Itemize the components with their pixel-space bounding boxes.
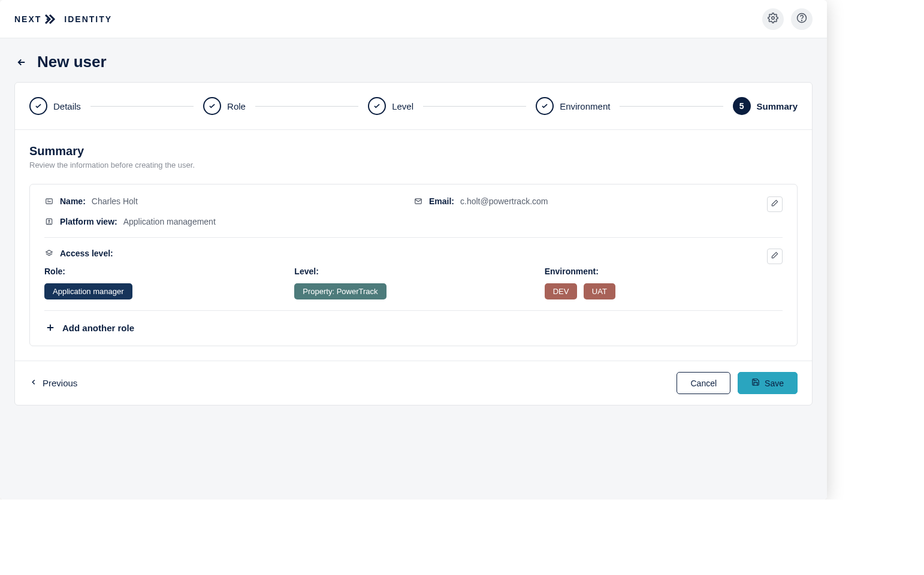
platform-label: Platform view:	[60, 217, 117, 226]
svg-point-3	[802, 20, 802, 20]
chevron-left-icon	[29, 378, 38, 388]
platform-icon	[44, 217, 54, 226]
access-label: Access level:	[60, 249, 113, 258]
email-label: Email:	[429, 196, 454, 206]
gear-icon	[768, 13, 778, 26]
pencil-icon	[771, 251, 779, 262]
previous-label: Previous	[43, 378, 77, 388]
platform-value: Application management	[123, 217, 216, 226]
edit-access-button[interactable]	[767, 249, 783, 264]
brand-text-1: NEXT	[14, 14, 41, 24]
mail-icon	[413, 196, 423, 206]
back-button[interactable]	[14, 55, 29, 69]
role-pill: Application manager	[44, 283, 132, 299]
role-header: Role:	[44, 267, 282, 276]
check-icon	[368, 97, 386, 115]
environment-header: Environment:	[545, 267, 783, 276]
email-value: c.holt@powertrack.com	[460, 196, 548, 206]
cancel-button[interactable]: Cancel	[677, 372, 730, 394]
section-subtitle: Review the information before creating t…	[29, 161, 798, 170]
level-header: Level:	[294, 267, 532, 276]
arrow-left-icon	[16, 57, 27, 68]
check-icon	[203, 97, 221, 115]
brand-chevrons-icon	[45, 14, 61, 24]
name-value: Charles Holt	[92, 196, 138, 206]
add-another-role-button[interactable]: Add another role	[44, 322, 783, 334]
svg-point-1	[772, 16, 775, 19]
step-summary[interactable]: 5 Summary	[733, 97, 798, 115]
help-icon	[796, 13, 807, 26]
plus-icon	[44, 322, 56, 334]
layers-icon	[44, 249, 54, 258]
save-icon	[751, 378, 760, 388]
step-number: 5	[733, 97, 751, 115]
env-pill-dev: DEV	[545, 283, 578, 299]
pencil-icon	[771, 199, 779, 210]
topbar: NEXT IDENTITY	[0, 0, 827, 38]
add-role-label: Add another role	[62, 323, 134, 333]
previous-button[interactable]: Previous	[29, 378, 77, 388]
settings-button[interactable]	[762, 8, 784, 30]
svg-point-7	[49, 220, 50, 222]
step-role[interactable]: Role	[203, 97, 246, 115]
page-title: New user	[37, 53, 107, 71]
brand-text-2: IDENTITY	[64, 14, 112, 24]
check-icon	[536, 97, 554, 115]
step-environment[interactable]: Environment	[536, 97, 610, 115]
wizard-stepper: Details Role Level	[15, 83, 812, 130]
brand-logo: NEXT IDENTITY	[14, 14, 112, 24]
user-card-icon	[44, 196, 54, 206]
edit-details-button[interactable]	[767, 196, 783, 212]
step-level[interactable]: Level	[368, 97, 413, 115]
level-pill: Property: PowerTrack	[294, 283, 386, 299]
svg-point-0	[47, 18, 49, 20]
step-details[interactable]: Details	[29, 97, 81, 115]
help-button[interactable]	[791, 8, 813, 30]
save-button[interactable]: Save	[738, 372, 798, 394]
env-pill-uat: UAT	[584, 283, 615, 299]
section-title: Summary	[29, 144, 798, 158]
summary-card: Name: Charles Holt Email:	[29, 184, 798, 346]
check-icon	[29, 97, 47, 115]
name-label: Name:	[60, 196, 86, 206]
